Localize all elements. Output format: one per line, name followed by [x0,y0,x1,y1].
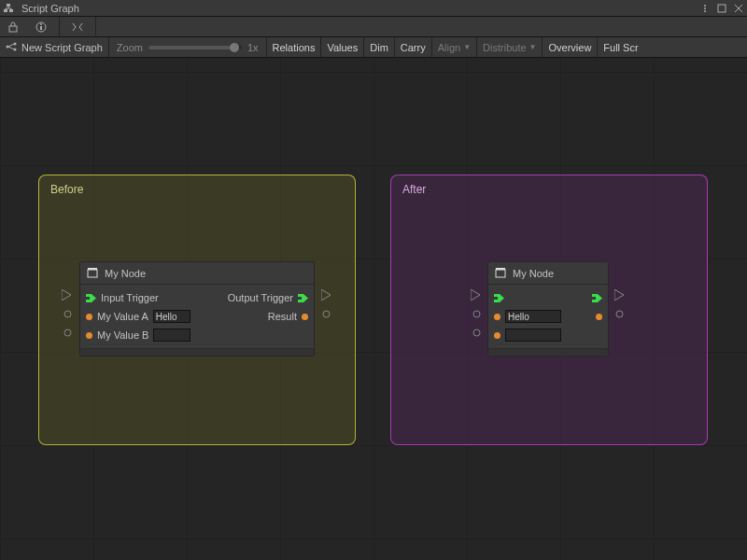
distribute-button[interactable]: Distribute▼ [477,37,543,57]
value-port-icon [494,332,500,339]
value-a-label: My Value A [97,311,148,322]
value-port-icon [302,314,308,320]
svg-rect-7 [9,26,17,32]
fullscreen-button[interactable]: Full Scr [598,37,643,57]
tool-bar: New Script Graph Zoom 1x Relations Value… [0,37,747,58]
value-b-input[interactable] [505,329,561,342]
ext-value-in-icon[interactable] [63,329,72,337]
flow-out-arrow-icon [298,294,308,302]
hierarchy-icon [3,3,14,14]
value-port-icon [596,314,602,320]
output-trigger-label: Output Trigger [228,292,293,303]
input-trigger-label: Input Trigger [101,292,159,303]
event-icon [86,266,99,281]
window-title: Script Graph [18,2,83,15]
maximize-icon[interactable] [716,3,727,14]
graph-canvas[interactable]: Before My Node Input Trigger Output Trig… [0,58,747,560]
result-label: Result [268,311,297,322]
variables-icon[interactable] [67,19,88,35]
ext-value-in-icon[interactable] [472,310,481,318]
title-bar: Script Graph [0,0,747,17]
breadcrumb[interactable]: New Script Graph [0,37,109,57]
node-before[interactable]: My Node Input Trigger Output Trigger My … [79,261,315,357]
ext-value-in-icon[interactable] [63,310,72,318]
ext-value-out-icon[interactable] [615,310,624,318]
svg-point-3 [704,5,706,7]
lock-icon[interactable] [3,19,23,35]
group-title: Before [50,183,345,196]
ext-value-in-icon[interactable] [472,329,481,337]
graph-icon [6,41,17,54]
svg-point-21 [473,311,480,317]
group-title: After [402,183,698,196]
ext-value-out-icon[interactable] [322,310,331,318]
svg-rect-0 [7,4,10,7]
flow-in-arrow-icon [86,294,96,302]
event-icon [494,266,507,281]
node-title: My Node [105,268,146,279]
svg-rect-6 [718,5,726,12]
svg-point-16 [64,311,71,317]
svg-rect-15 [88,270,97,277]
svg-point-5 [704,10,706,12]
breadcrumb-label: New Script Graph [21,42,103,53]
zoom-slider[interactable] [148,46,242,49]
flow-out-arrow-icon [592,294,602,302]
value-a-input[interactable] [505,310,561,323]
svg-point-4 [704,7,706,9]
more-icon[interactable] [699,3,711,14]
ext-flow-out-icon[interactable] [614,289,624,301]
node-after[interactable]: My Node [487,261,609,357]
zoom-value: 1x [247,42,259,53]
info-icon[interactable] [31,19,51,35]
svg-rect-20 [496,270,505,277]
value-port-icon [86,314,92,320]
svg-rect-1 [4,9,7,12]
dim-button[interactable]: Dim [364,37,395,57]
carry-button[interactable]: Carry [395,37,432,57]
value-a-input[interactable] [153,310,190,323]
node-title: My Node [513,268,554,279]
value-b-label: My Value B [97,329,148,341]
zoom-control: Zoom 1x [109,37,267,57]
relations-button[interactable]: Relations [267,37,322,57]
ext-flow-in-icon[interactable] [471,289,480,301]
align-button[interactable]: Align▼ [432,37,477,57]
overview-button[interactable]: Overview [543,37,598,57]
value-b-input[interactable] [153,329,190,342]
svg-point-17 [64,329,71,336]
icon-bar [0,17,747,37]
zoom-label: Zoom [117,42,143,53]
ext-flow-in-icon[interactable] [62,289,71,301]
svg-point-22 [473,329,480,336]
svg-point-18 [323,311,330,317]
value-port-icon [494,314,500,320]
svg-point-9 [40,23,42,25]
svg-point-23 [616,311,623,317]
flow-in-arrow-icon [494,294,504,302]
svg-rect-2 [9,9,13,12]
close-icon[interactable] [733,3,744,14]
ext-flow-out-icon[interactable] [321,289,331,301]
svg-rect-10 [40,26,42,30]
values-button[interactable]: Values [321,37,364,57]
value-port-icon [86,332,92,339]
